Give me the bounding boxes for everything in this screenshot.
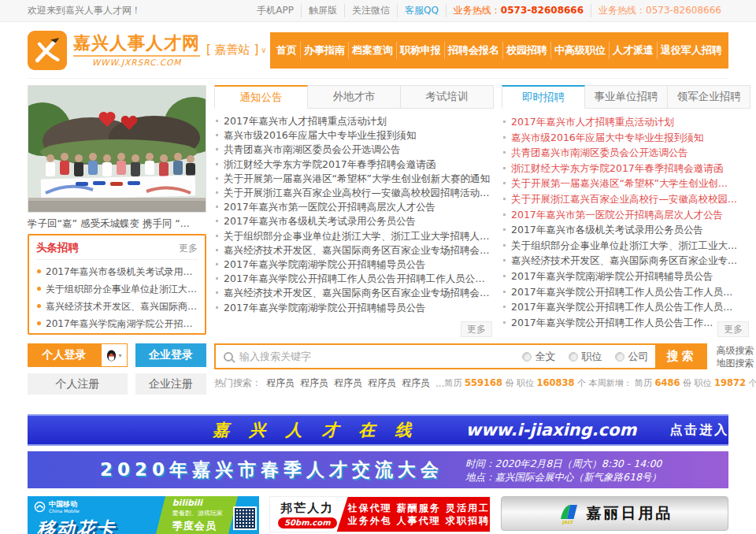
radio-label: 全文	[536, 350, 556, 364]
banner1-title: 嘉 兴 人 才 在 线	[213, 419, 419, 441]
job-item[interactable]: 2017年嘉兴学院公开招聘工作人员公告工作人员...	[502, 299, 750, 315]
job-item[interactable]: 关于组织部分企事业单位赴浙江大学、浙江工业大...	[502, 238, 750, 254]
notice-item[interactable]: 关于开展第一届嘉兴港区“希望杯”大学生创业创新大赛的通知	[214, 172, 494, 186]
personal-register-button[interactable]: 个人注册	[28, 373, 128, 395]
nav-jobfair[interactable]: 招聘会报名	[444, 42, 502, 59]
job-item[interactable]: 2017年嘉兴学院公开招聘工作人员公告工作人员...	[502, 284, 750, 300]
nav-home[interactable]: 首页	[273, 42, 300, 59]
chevron-down-icon: ▾	[118, 352, 121, 359]
site-brand[interactable]: 嘉兴人事人才网 WWW.JXRSRC.COM	[73, 33, 200, 67]
topbar-link-app[interactable]: 手机APP	[250, 4, 301, 17]
jaly-daily-goods-ad[interactable]: JALY 嘉丽日用品	[501, 496, 728, 531]
notice-item[interactable]: 浙江财经大学东方学院2017年春季招聘会邀请函	[214, 158, 494, 172]
topbar-link-qq[interactable]: 客服QQ	[397, 4, 446, 17]
hot-search-term[interactable]: 程序员	[334, 376, 362, 390]
hotline-label-2: 业务热线：	[598, 5, 646, 16]
map-search-link[interactable]: 地图搜索	[717, 357, 756, 369]
job-item-hot[interactable]: 2017年嘉兴市人才招聘重点活动计划	[502, 114, 750, 130]
jaly-logo-text: JALY	[561, 519, 574, 525]
notice-item[interactable]: 2017年嘉兴学院南湖学院公开招聘辅导员公告	[214, 258, 494, 272]
notice-item[interactable]: 嘉兴经济技术开发区、嘉兴国际商务区百家企业专场招聘会公告	[214, 243, 494, 258]
personal-login-button[interactable]: 个人登录	[28, 343, 101, 367]
radio-company[interactable]: 公司	[615, 350, 649, 364]
hotline-secondary: 业务热线：0573-82608666	[591, 4, 728, 17]
job-item-hot[interactable]: 嘉兴市级2016年应届大中专毕业生报到须知	[502, 130, 750, 146]
notice-item[interactable]: 2017年嘉兴学院南湖学院公开招聘辅导员公告	[214, 301, 494, 315]
hot-search-term[interactable]: 程序员	[266, 376, 295, 390]
welcome-text: 欢迎来到嘉兴人事人才网！	[28, 4, 141, 17]
photo-caption[interactable]: 学子回“嘉” 感受禾城蝶变 携手同 “...	[28, 213, 206, 234]
hot-search-term[interactable]: 程序员	[300, 376, 328, 390]
job-item-hot[interactable]: 共青团嘉兴市南湖区委员会公开选调公告	[502, 145, 750, 161]
headline-item[interactable]: 嘉兴经济技术开发区、嘉兴国际商务...	[36, 298, 198, 315]
radio-fulltext[interactable]: 全文	[522, 350, 556, 364]
headline-list: 2017年嘉兴市各级机关考试录用公务... 关于组织部分企事业单位赴浙江大学..…	[36, 263, 198, 332]
station-selector[interactable]: [ 嘉善站 ] ∨	[206, 43, 267, 57]
notice-item[interactable]: 关于开展浙江嘉兴百家企业高校行—安徽高校校园招聘活动的通...	[214, 186, 494, 200]
nav-senior[interactable]: 中高级职位	[550, 42, 609, 59]
headline-item[interactable]: 2017年嘉兴市各级机关考试录用公务...	[36, 263, 198, 280]
action-row: 个人登录 ▾ 企业登录 个人注册 企业注册 全文	[28, 343, 728, 401]
headline-item[interactable]: 2017年嘉兴学院南湖学院公开招聘辅...	[36, 315, 198, 332]
company-login-button[interactable]: 企业登录	[135, 343, 206, 367]
job-item-hot[interactable]: 浙江财经大学东方学院2017年春季招聘会邀请函	[502, 161, 750, 176]
advanced-search-link[interactable]: 高级搜索	[717, 344, 756, 357]
jobs-more-button[interactable]: 更多	[717, 321, 749, 337]
tab-public-institution[interactable]: 事业单位招聘	[585, 85, 668, 109]
tab-leading-enterprise[interactable]: 领军企业招聘	[668, 85, 750, 109]
news-photo-illustration	[28, 86, 206, 213]
notice-item[interactable]: 嘉兴经济技术开发区、嘉兴国际商务区百家企业专场招聘会公告	[214, 286, 494, 300]
company-register-button[interactable]: 企业注册	[135, 373, 206, 395]
qq-login-dropdown[interactable]: ▾	[101, 343, 128, 367]
notice-item[interactable]: 关于组织部分企事业单位赴浙江大学、浙江工业大学招聘人才的...	[214, 229, 494, 243]
topbar-link-touch[interactable]: 触屏版	[301, 4, 344, 17]
hot-search-term[interactable]: 程序员	[402, 376, 430, 390]
tab-exam-training[interactable]: 考试培训	[401, 85, 494, 109]
headline-more-link[interactable]: 更多	[179, 242, 198, 255]
nav-veteran[interactable]: 退役军人招聘	[657, 42, 725, 59]
search-block: 全文 职位 公司 搜索 高级搜索 地图搜索 热门搜索： 程序员 程序员 程序员 …	[214, 343, 756, 401]
search-input[interactable]	[239, 350, 510, 362]
spring-jobfair-banner[interactable]: 2020年嘉兴市春季人才交流大会 时间：2020年2月8日（周六）8:30 - …	[28, 451, 728, 488]
headline-item[interactable]: 关于组织部分企事业单位赴浙江大学...	[36, 280, 198, 298]
notices-more-button[interactable]: 更多	[461, 321, 492, 337]
nav-dispatch[interactable]: 人才派遣	[609, 42, 657, 59]
notice-item[interactable]: 2017年嘉兴市人才招聘重点活动计划	[214, 114, 494, 128]
hotline-number: 0573-82608666	[501, 5, 584, 16]
job-item[interactable]: 2017年嘉兴学院公开招聘工作人员公告工作...	[502, 315, 750, 331]
site-logo[interactable]	[28, 31, 67, 70]
job-item[interactable]: 2017年嘉兴学院南湖学院公开招聘辅导员公告	[502, 269, 750, 284]
topbar-link-wechat[interactable]: 关注微信	[344, 4, 397, 17]
tab-instant-jobs[interactable]: 即时招聘	[502, 85, 585, 109]
banmang-hr-ad[interactable]: 邦芒人力 50bm.com 社保代理 薪酬服务 灵活用工 业务外包 人事代理 求…	[269, 496, 491, 532]
notice-item[interactable]: 2017年嘉兴市第一医院公开招聘高层次人才公告	[214, 200, 494, 214]
notice-item[interactable]: 2017年嘉兴市各级机关考试录用公务员公告	[214, 214, 494, 228]
job-item-hot[interactable]: 关于开展第一届嘉兴港区“希望杯”大学生创业创...	[502, 176, 750, 191]
hot-search-term[interactable]: 程序员	[368, 376, 396, 390]
job-item[interactable]: 嘉兴经济技术开发区、嘉兴国际商务区百家企业专...	[502, 253, 750, 269]
nav-title-apply[interactable]: 职称申报	[396, 42, 444, 59]
tab-outside-market[interactable]: 外地才市	[308, 85, 401, 109]
radio-icon	[615, 352, 624, 362]
china-mobile-ad[interactable]: 中国移动 China Mobile 移动花卡 bilibili 爱看剧、游戏玩家…	[28, 496, 259, 534]
topbar-links: 手机APP 触屏版 关注微信 客服QQ 业务热线：0573-82608666 业…	[250, 4, 728, 17]
news-photo[interactable]	[28, 85, 206, 213]
job-item-hot[interactable]: 关于开展浙江嘉兴百家企业高校行—安徽高校校园...	[502, 191, 750, 207]
nav-archive[interactable]: 档案查询	[348, 42, 396, 59]
notice-item[interactable]: 嘉兴市级2016年应届大中专毕业生报到须知	[214, 128, 494, 143]
job-item[interactable]: 2017年嘉兴市各级机关考试录用公务员公告	[502, 222, 750, 238]
notices-list: 2017年嘉兴市人才招聘重点活动计划 嘉兴市级2016年应届大中专毕业生报到须知…	[214, 114, 494, 315]
radio-position[interactable]: 职位	[569, 350, 602, 364]
search-button[interactable]: 搜索	[655, 345, 706, 368]
job-item-hot[interactable]: 2017年嘉兴市第一医院公开招聘高层次人才公告	[502, 207, 750, 223]
banner2-title: 2020年嘉兴市春季人才交流大会	[100, 458, 443, 482]
hotline-primary: 业务热线：0573-82608666	[446, 4, 591, 17]
headline-recruit-panel: 头条招聘 更多 2017年嘉兴市各级机关考试录用公务... 关于组织部分企事业单…	[28, 234, 206, 335]
notice-item[interactable]: 2017年嘉兴学院公开招聘工作人员公告开招聘工作人员公告开...	[214, 272, 494, 286]
logo-figure-icon	[31, 34, 64, 67]
nav-campus[interactable]: 校园招聘	[502, 42, 550, 59]
nav-guide[interactable]: 办事指南	[300, 42, 348, 59]
jiaxing-talent-online-banner[interactable]: 嘉 兴 人 才 在 线 www.i-jiaxing.com 点击进入	[28, 414, 728, 446]
tab-notices[interactable]: 通知公告	[214, 85, 308, 109]
notice-item[interactable]: 共青团嘉兴市南湖区委员会公开选调公告	[214, 143, 494, 157]
